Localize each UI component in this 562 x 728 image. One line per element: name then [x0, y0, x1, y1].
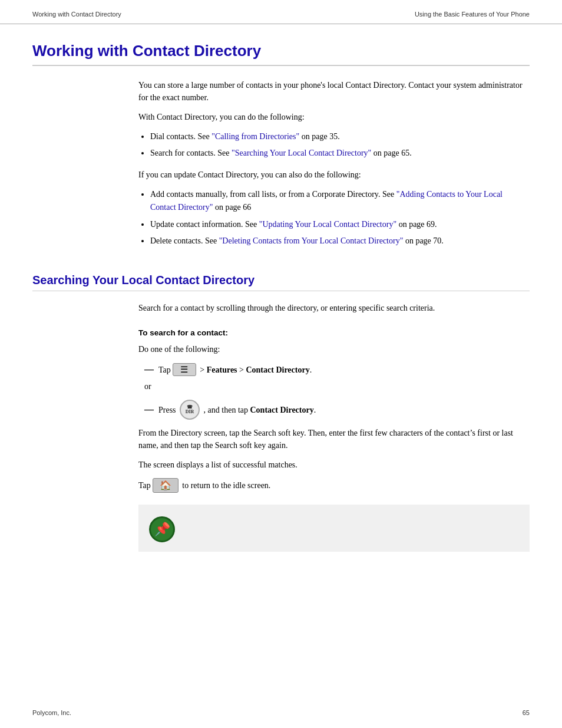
- dash-icon: —: [144, 363, 154, 377]
- calling-from-directories-link[interactable]: "Calling from Directories": [211, 132, 299, 141]
- footer-company: Polycom, Inc.: [32, 709, 71, 716]
- update-para: If you can update Contact Directory, you…: [138, 169, 530, 181]
- do-one-label: Do one of the following:: [138, 343, 530, 355]
- home-key-button: 🏠: [153, 478, 178, 493]
- dash-icon-2: —: [144, 403, 154, 417]
- tap-home-line: Tap 🏠 to return to the idle screen.: [138, 478, 530, 493]
- header-right: Using the Basic Features of Your Phone: [415, 11, 530, 18]
- bullet-list-1: Dial contacts. See "Calling from Directo…: [150, 130, 530, 160]
- press-instruction: — Press ☎DIR , and then tap Contact Dire…: [144, 400, 530, 420]
- menu-key-button: ☰: [173, 363, 196, 376]
- searching-local-directory-link[interactable]: "Searching Your Local Contact Directory": [232, 149, 371, 157]
- note-box: 📌: [138, 505, 530, 552]
- intro-para2: With Contact Directory, you can do the f…: [138, 111, 530, 123]
- list-item: Dial contacts. See "Calling from Directo…: [150, 130, 530, 143]
- header-left: Working with Contact Directory: [32, 11, 121, 18]
- list-item: Delete contacts. See "Deleting Contacts …: [150, 235, 530, 248]
- deleting-contacts-link[interactable]: "Deleting Contacts from Your Local Conta…: [219, 236, 404, 245]
- list-item: Add contacts manually, from call lists, …: [150, 188, 530, 215]
- to-search-label: To search for a contact:: [138, 328, 530, 337]
- list-item: Search for contacts. See "Searching Your…: [150, 147, 530, 160]
- updating-directory-link[interactable]: "Updating Your Local Contact Directory": [259, 220, 396, 229]
- search-intro: Search for a contact by scrolling throug…: [138, 302, 530, 314]
- list-item: Update contact information. See "Updatin…: [150, 218, 530, 231]
- tap-instruction: — Tap ☰ > Features > Contact Directory.: [144, 363, 530, 377]
- note-icon-area: 📌: [138, 514, 186, 542]
- intro-para1: You can store a large number of contacts…: [138, 79, 530, 104]
- section-heading: Searching Your Local Contact Directory: [32, 274, 530, 291]
- footer-page-number: 65: [523, 709, 530, 716]
- or-label: or: [144, 380, 530, 393]
- screen-displays: The screen displays a list of successful…: [138, 459, 530, 471]
- main-heading: Working with Contact Directory: [32, 42, 530, 66]
- pin-icon: 📌: [149, 516, 175, 542]
- dir-key-button: ☎DIR: [180, 400, 200, 420]
- from-directory-para: From the Directory screen, tap the Searc…: [138, 427, 530, 452]
- bullet-list-2: Add contacts manually, from call lists, …: [150, 188, 530, 248]
